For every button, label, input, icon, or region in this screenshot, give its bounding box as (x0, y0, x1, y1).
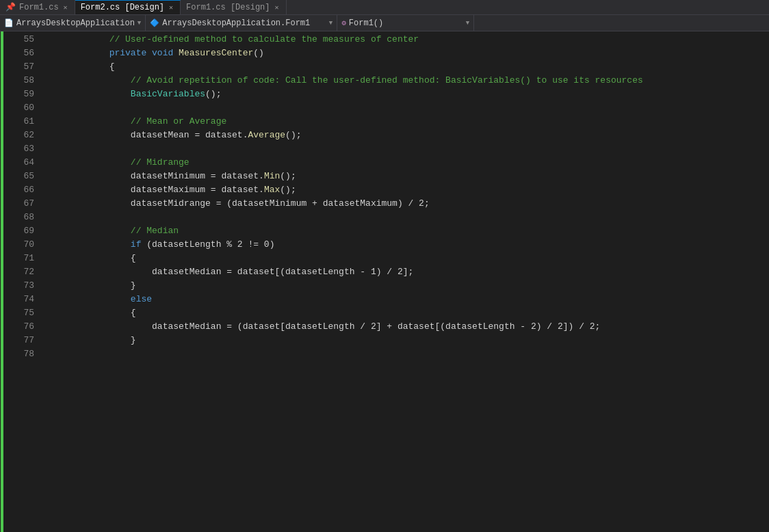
tab-bar: 📌 Form1.cs ✕ Form2.cs [Design] ✕ Form1.c… (0, 0, 769, 15)
indent (45, 74, 131, 88)
line-num-label: 58 (23, 74, 34, 88)
line-number: 76 (4, 320, 34, 334)
nav-class-icon: 📄 (4, 18, 14, 27)
c-comment-token: // Avoid repetition of code: Call the us… (131, 74, 643, 88)
line-num-label: 60 (23, 101, 34, 115)
code-line: datasetMean = dataset.Average(); (45, 129, 769, 142)
nav-class-dropdown[interactable]: 📄 ArraysDesktopApplication ▼ (0, 15, 146, 31)
nav-class-arrow: ▼ (138, 20, 141, 27)
c-plain-token: datasetMinimum = dataset. (131, 170, 264, 183)
c-plain-token: datasetMaximum = dataset. (131, 183, 264, 197)
tab-form2cs-design[interactable]: Form2.cs [Design] ✕ (75, 0, 181, 14)
code-line: { (45, 306, 769, 320)
code-line: { (45, 60, 769, 74)
line-num-label: 65 (23, 170, 34, 183)
line-num-label: 67 (23, 197, 34, 211)
line-number: 59 (4, 88, 34, 101)
code-line: datasetMidrange = (datasetMinimum + data… (45, 197, 769, 211)
c-plain-token: datasetMedian = (dataset[datasetLength /… (152, 320, 600, 334)
line-number: −74 (4, 293, 34, 306)
code-line (45, 347, 769, 361)
nav-member-label: ArraysDesktopApplication.Form1 (162, 18, 310, 28)
c-plain-token (173, 46, 179, 60)
indent (45, 183, 131, 197)
line-num-label: 56 (23, 46, 34, 60)
line-num-label: 73 (23, 279, 34, 293)
c-method-token: Average (248, 129, 285, 142)
c-type-token: BasicVariables (131, 88, 205, 101)
c-plain-token: datasetMidrange = (datasetMinimum + data… (131, 197, 430, 211)
line-num-label: 69 (23, 224, 34, 238)
line-num-label: 71 (23, 252, 34, 265)
nav-bar: 📄 ArraysDesktopApplication ▼ 🔷 ArraysDes… (0, 15, 769, 31)
c-plain-token (146, 46, 152, 60)
nav-class-label: ArraysDesktopApplication (16, 18, 135, 28)
tab-form1cs[interactable]: 📌 Form1.cs ✕ (0, 0, 75, 14)
code-line: // Avoid repetition of code: Call the us… (45, 74, 769, 88)
c-plain-token: (); (280, 183, 296, 197)
indent (45, 129, 131, 142)
line-num-label: 63 (23, 142, 34, 156)
code-line (45, 211, 769, 224)
c-plain-token: (datasetLength % 2 != 0) (141, 238, 274, 252)
line-number-gutter: 55−5657585960616263646566676869−70717273… (4, 31, 40, 532)
c-plain-token: datasetMedian = dataset[(datasetLength -… (152, 265, 413, 279)
indent (45, 265, 152, 279)
code-line: // Median (45, 224, 769, 238)
editor-area: 55−5657585960616263646566676869−70717273… (0, 31, 769, 532)
line-number: 68 (4, 211, 34, 224)
tab-label: Form1.cs [Design] (186, 3, 270, 12)
line-num-label: 66 (23, 183, 34, 197)
indent (45, 238, 131, 252)
code-line (45, 101, 769, 115)
line-num-label: 72 (23, 265, 34, 279)
tab-close-form1cs[interactable]: ✕ (62, 3, 69, 12)
line-num-label: 64 (23, 156, 34, 170)
line-num-label: 68 (23, 211, 34, 224)
tab-close-form2cs-design[interactable]: ✕ (168, 3, 174, 12)
tab-label: Form1.cs (19, 3, 59, 12)
c-plain-token: (); (280, 170, 296, 183)
line-number: −56 (4, 46, 34, 60)
line-number: 71 (4, 252, 34, 265)
line-number: 61 (4, 115, 34, 129)
tab-form1cs-design[interactable]: Form1.cs [Design] ✕ (181, 0, 286, 14)
c-plain-token: (); (285, 129, 301, 142)
c-comment-token: // Median (131, 224, 179, 238)
indent (45, 320, 152, 334)
c-method-token: MeasuresCenter (179, 46, 253, 60)
indent (45, 252, 131, 265)
nav-member-arrow: ▼ (329, 20, 333, 27)
c-plain-token: { (131, 306, 136, 320)
c-comment-token: // User-defined method to calculate the … (109, 33, 419, 46)
green-change-bar (1, 31, 3, 532)
indent (45, 334, 131, 347)
code-line: { (45, 252, 769, 265)
c-plain-token: { (109, 60, 115, 74)
line-number: 63 (4, 142, 34, 156)
indent (45, 156, 131, 170)
code-line: BasicVariables(); (45, 88, 769, 101)
line-num-label: 75 (23, 306, 34, 320)
line-number: 64 (4, 156, 34, 170)
line-number: 65 (4, 170, 34, 183)
line-number: 66 (4, 183, 34, 197)
line-num-label: 70 (23, 238, 34, 252)
line-num-label: 61 (23, 115, 34, 129)
indent (45, 170, 131, 183)
line-number: 72 (4, 265, 34, 279)
nav-method-dropdown[interactable]: ⚙ Form1() ▼ (337, 15, 474, 31)
c-keyword-token: private (109, 46, 147, 60)
tab-close-form1cs-design[interactable]: ✕ (274, 3, 281, 12)
line-number: 69 (4, 224, 34, 238)
indent (45, 46, 109, 60)
line-number: 58 (4, 74, 34, 88)
line-number: 55 (4, 33, 34, 46)
code-line: datasetMedian = (dataset[datasetLength /… (45, 320, 769, 334)
nav-member-dropdown[interactable]: 🔷 ArraysDesktopApplication.Form1 ▼ (146, 15, 337, 31)
indent (45, 60, 109, 74)
code-editor[interactable]: // User-defined method to calculate the … (40, 31, 769, 532)
line-number: 75 (4, 306, 34, 320)
indent (45, 197, 131, 211)
c-keyword-token: void (152, 46, 173, 60)
